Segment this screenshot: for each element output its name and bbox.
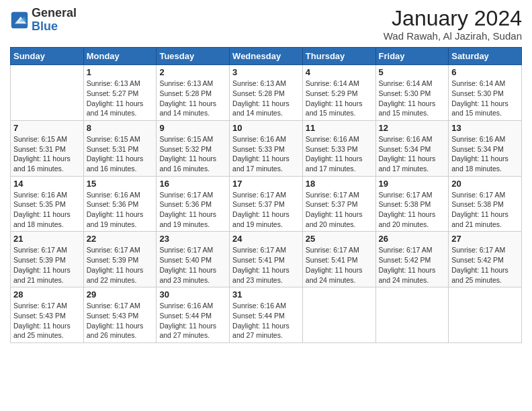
day-cell: 25Sunrise: 6:17 AM Sunset: 5:41 PM Dayli… bbox=[302, 232, 375, 287]
day-cell: 21Sunrise: 6:17 AM Sunset: 5:39 PM Dayli… bbox=[11, 232, 84, 287]
day-cell: 27Sunrise: 6:17 AM Sunset: 5:42 PM Dayli… bbox=[449, 232, 522, 287]
weekday-header-monday: Monday bbox=[83, 48, 157, 65]
day-cell: 4Sunrise: 6:14 AM Sunset: 5:29 PM Daylig… bbox=[302, 65, 375, 121]
day-number: 12 bbox=[379, 123, 446, 133]
weekday-header-tuesday: Tuesday bbox=[157, 48, 230, 65]
logo-icon bbox=[10, 11, 29, 30]
day-number: 17 bbox=[232, 179, 300, 189]
week-row-2: 7Sunrise: 6:15 AM Sunset: 5:31 PM Daylig… bbox=[11, 120, 522, 176]
weekday-header-friday: Friday bbox=[375, 48, 449, 65]
day-info: Sunrise: 6:13 AM Sunset: 5:28 PM Dayligh… bbox=[232, 79, 300, 118]
day-cell: 15Sunrise: 6:16 AM Sunset: 5:36 PM Dayli… bbox=[83, 176, 157, 232]
day-number: 26 bbox=[379, 234, 446, 244]
day-number: 19 bbox=[379, 179, 446, 189]
day-cell bbox=[11, 65, 84, 121]
day-info: Sunrise: 6:14 AM Sunset: 5:30 PM Dayligh… bbox=[379, 79, 446, 118]
day-info: Sunrise: 6:17 AM Sunset: 5:39 PM Dayligh… bbox=[87, 245, 154, 285]
day-number: 10 bbox=[232, 123, 300, 133]
day-number: 16 bbox=[159, 179, 226, 189]
day-info: Sunrise: 6:16 AM Sunset: 5:33 PM Dayligh… bbox=[232, 134, 300, 174]
day-info: Sunrise: 6:16 AM Sunset: 5:33 PM Dayligh… bbox=[306, 134, 373, 174]
day-info: Sunrise: 6:17 AM Sunset: 5:41 PM Dayligh… bbox=[232, 245, 300, 285]
day-cell: 9Sunrise: 6:15 AM Sunset: 5:32 PM Daylig… bbox=[157, 120, 230, 176]
day-info: Sunrise: 6:15 AM Sunset: 5:31 PM Dayligh… bbox=[87, 134, 154, 174]
day-info: Sunrise: 6:15 AM Sunset: 5:31 PM Dayligh… bbox=[13, 134, 81, 174]
day-cell: 19Sunrise: 6:17 AM Sunset: 5:38 PM Dayli… bbox=[375, 176, 449, 232]
day-cell: 29Sunrise: 6:17 AM Sunset: 5:43 PM Dayli… bbox=[83, 287, 157, 343]
day-cell: 6Sunrise: 6:14 AM Sunset: 5:30 PM Daylig… bbox=[449, 65, 522, 121]
day-info: Sunrise: 6:16 AM Sunset: 5:44 PM Dayligh… bbox=[159, 301, 226, 340]
day-info: Sunrise: 6:17 AM Sunset: 5:37 PM Dayligh… bbox=[306, 190, 373, 230]
day-cell: 31Sunrise: 6:16 AM Sunset: 5:44 PM Dayli… bbox=[230, 287, 303, 343]
day-info: Sunrise: 6:17 AM Sunset: 5:36 PM Dayligh… bbox=[159, 190, 226, 230]
day-info: Sunrise: 6:14 AM Sunset: 5:29 PM Dayligh… bbox=[306, 79, 373, 118]
day-number: 11 bbox=[306, 123, 373, 133]
day-cell: 30Sunrise: 6:16 AM Sunset: 5:44 PM Dayli… bbox=[157, 287, 230, 343]
day-number: 14 bbox=[13, 179, 81, 189]
day-info: Sunrise: 6:16 AM Sunset: 5:34 PM Dayligh… bbox=[451, 134, 519, 174]
day-cell: 11Sunrise: 6:16 AM Sunset: 5:33 PM Dayli… bbox=[302, 120, 375, 176]
day-info: Sunrise: 6:16 AM Sunset: 5:36 PM Dayligh… bbox=[87, 190, 154, 230]
page: General Blue January 2024 Wad Rawah, Al … bbox=[0, 0, 532, 411]
logo-general: General bbox=[32, 6, 77, 19]
calendar-table: SundayMondayTuesdayWednesdayThursdayFrid… bbox=[10, 47, 522, 343]
day-cell: 23Sunrise: 6:17 AM Sunset: 5:40 PM Dayli… bbox=[157, 232, 230, 287]
day-number: 23 bbox=[159, 234, 226, 244]
day-number: 2 bbox=[159, 67, 226, 77]
day-number: 21 bbox=[13, 234, 81, 244]
day-info: Sunrise: 6:17 AM Sunset: 5:43 PM Dayligh… bbox=[87, 301, 154, 340]
day-cell: 5Sunrise: 6:14 AM Sunset: 5:30 PM Daylig… bbox=[375, 65, 449, 121]
day-number: 30 bbox=[159, 289, 226, 300]
day-number: 4 bbox=[306, 67, 373, 77]
weekday-header-wednesday: Wednesday bbox=[230, 48, 303, 65]
day-info: Sunrise: 6:17 AM Sunset: 5:43 PM Dayligh… bbox=[13, 301, 81, 340]
logo-text: General Blue bbox=[32, 7, 77, 34]
day-number: 22 bbox=[87, 234, 154, 244]
weekday-header-thursday: Thursday bbox=[302, 48, 375, 65]
day-number: 20 bbox=[451, 179, 519, 189]
day-number: 7 bbox=[13, 123, 81, 133]
day-cell: 13Sunrise: 6:16 AM Sunset: 5:34 PM Dayli… bbox=[449, 120, 522, 176]
day-number: 8 bbox=[87, 123, 154, 133]
day-info: Sunrise: 6:17 AM Sunset: 5:39 PM Dayligh… bbox=[13, 245, 81, 285]
day-cell bbox=[302, 287, 375, 343]
day-number: 31 bbox=[232, 289, 300, 300]
weekday-header-row: SundayMondayTuesdayWednesdayThursdayFrid… bbox=[11, 48, 522, 65]
day-cell: 10Sunrise: 6:16 AM Sunset: 5:33 PM Dayli… bbox=[230, 120, 303, 176]
day-cell: 8Sunrise: 6:15 AM Sunset: 5:31 PM Daylig… bbox=[83, 120, 157, 176]
day-info: Sunrise: 6:16 AM Sunset: 5:44 PM Dayligh… bbox=[232, 301, 300, 340]
day-info: Sunrise: 6:17 AM Sunset: 5:38 PM Dayligh… bbox=[379, 190, 446, 230]
calendar-subtitle: Wad Rawah, Al Jazirah, Sudan bbox=[384, 30, 522, 42]
day-cell: 16Sunrise: 6:17 AM Sunset: 5:36 PM Dayli… bbox=[157, 176, 230, 232]
day-cell: 12Sunrise: 6:16 AM Sunset: 5:34 PM Dayli… bbox=[375, 120, 449, 176]
day-info: Sunrise: 6:17 AM Sunset: 5:41 PM Dayligh… bbox=[306, 245, 373, 285]
day-cell: 28Sunrise: 6:17 AM Sunset: 5:43 PM Dayli… bbox=[11, 287, 84, 343]
day-number: 13 bbox=[451, 123, 519, 133]
day-cell: 1Sunrise: 6:13 AM Sunset: 5:27 PM Daylig… bbox=[83, 65, 157, 121]
day-info: Sunrise: 6:15 AM Sunset: 5:32 PM Dayligh… bbox=[159, 134, 226, 174]
calendar-title: January 2024 bbox=[384, 7, 522, 30]
title-block: January 2024 Wad Rawah, Al Jazirah, Suda… bbox=[384, 7, 522, 42]
day-cell: 26Sunrise: 6:17 AM Sunset: 5:42 PM Dayli… bbox=[375, 232, 449, 287]
day-number: 1 bbox=[87, 67, 154, 77]
weekday-header-sunday: Sunday bbox=[11, 48, 84, 65]
day-cell: 22Sunrise: 6:17 AM Sunset: 5:39 PM Dayli… bbox=[83, 232, 157, 287]
week-row-4: 21Sunrise: 6:17 AM Sunset: 5:39 PM Dayli… bbox=[11, 232, 522, 287]
day-info: Sunrise: 6:13 AM Sunset: 5:27 PM Dayligh… bbox=[87, 79, 154, 118]
day-cell: 20Sunrise: 6:17 AM Sunset: 5:38 PM Dayli… bbox=[449, 176, 522, 232]
day-number: 3 bbox=[232, 67, 300, 77]
day-cell: 7Sunrise: 6:15 AM Sunset: 5:31 PM Daylig… bbox=[11, 120, 84, 176]
week-row-5: 28Sunrise: 6:17 AM Sunset: 5:43 PM Dayli… bbox=[11, 287, 522, 343]
day-cell bbox=[449, 287, 522, 343]
week-row-1: 1Sunrise: 6:13 AM Sunset: 5:27 PM Daylig… bbox=[11, 65, 522, 121]
day-info: Sunrise: 6:16 AM Sunset: 5:34 PM Dayligh… bbox=[379, 134, 446, 174]
day-cell: 18Sunrise: 6:17 AM Sunset: 5:37 PM Dayli… bbox=[302, 176, 375, 232]
day-cell: 14Sunrise: 6:16 AM Sunset: 5:35 PM Dayli… bbox=[11, 176, 84, 232]
day-cell: 17Sunrise: 6:17 AM Sunset: 5:37 PM Dayli… bbox=[230, 176, 303, 232]
day-number: 15 bbox=[87, 179, 154, 189]
day-number: 29 bbox=[87, 289, 154, 300]
day-info: Sunrise: 6:17 AM Sunset: 5:40 PM Dayligh… bbox=[159, 245, 226, 285]
day-info: Sunrise: 6:13 AM Sunset: 5:28 PM Dayligh… bbox=[159, 79, 226, 118]
header: General Blue January 2024 Wad Rawah, Al … bbox=[10, 7, 522, 42]
logo: General Blue bbox=[10, 7, 77, 34]
